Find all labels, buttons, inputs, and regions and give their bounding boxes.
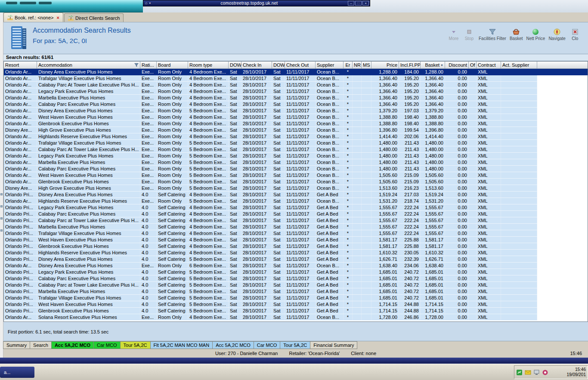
table-row[interactable]: Orlando Ar...West Haven Executive Plus H… bbox=[4, 172, 537, 179]
toolbar-facilities-filter[interactable]: Facilities Filter bbox=[479, 28, 506, 41]
column-header-supplier[interactable]: Supplier bbox=[316, 62, 344, 68]
column-header-discount[interactable]: Discount bbox=[445, 62, 469, 68]
cell-ms bbox=[362, 224, 371, 230]
table-row[interactable]: Orlando Ar...Glenbrook Executive Plus Ho… bbox=[4, 179, 537, 185]
table-row[interactable]: Orlando Pri...Trafalgar Village Executiv… bbox=[4, 230, 537, 237]
toolbar-label: Clo bbox=[572, 36, 578, 41]
column-header-dow[interactable]: DOW bbox=[272, 62, 285, 68]
column-header-ms[interactable]: MS bbox=[362, 62, 371, 68]
bottom-tab-flt-5a-2c-man-mco-man[interactable]: Flt 5A,2C MAN MCO MAN bbox=[150, 341, 213, 349]
cell-discount: 0.00 bbox=[445, 95, 469, 101]
table-row[interactable]: Orlando Ar...Calabay Parc Executive Plus… bbox=[4, 101, 537, 108]
table-row[interactable]: Orlando Ar...Disney Area Executive Plus … bbox=[4, 69, 588, 75]
close-button[interactable]: × bbox=[362, 1, 369, 6]
column-header-price[interactable]: Price bbox=[371, 62, 399, 68]
table-row[interactable]: Orlando Ar...Legacy Park Executive Plus … bbox=[4, 153, 537, 159]
table-row[interactable]: Orlando Ar...Disney Area Executive Plus … bbox=[4, 263, 537, 269]
column-header-check-out[interactable]: Check Out bbox=[285, 62, 316, 68]
table-row[interactable]: Orlando Pri...Disney Area Executive Plus… bbox=[4, 192, 537, 198]
cell-ms bbox=[362, 308, 371, 314]
cell-of bbox=[469, 101, 477, 107]
tab-book-ref-none[interactable]: Book. ref.: <none>× bbox=[3, 12, 63, 22]
filter-funnel-icon[interactable] bbox=[134, 63, 139, 67]
table-row[interactable]: Disney Are...High Grove Executive Plus H… bbox=[4, 185, 537, 192]
column-header-contract[interactable]: Contract bbox=[477, 62, 501, 68]
column-header-dow[interactable]: DOW bbox=[229, 62, 241, 68]
table-row[interactable]: Orlando Ar...Calabay Parc Executive Plus… bbox=[4, 166, 537, 172]
table-row[interactable]: Orlando Ar...Calabay Parc At Tower Lake … bbox=[4, 146, 537, 153]
table-row[interactable]: Orlando Ar...Calabay Parc At Tower Lake … bbox=[4, 82, 537, 88]
table-row[interactable]: Orlando Ar...Glenbrook Executive Plus Ho… bbox=[4, 120, 537, 127]
cell-board: Self Catering bbox=[157, 217, 188, 223]
table-row[interactable]: Orlando Ar...Disney Area Executive Plus … bbox=[4, 108, 537, 114]
column-header-accommodation[interactable]: Accommodation bbox=[37, 62, 140, 68]
bottom-tab-tour-5a-2c[interactable]: Tour 5A,2C bbox=[280, 341, 310, 349]
table-row[interactable]: Orlando Ar...Legacy Park Executive Plus … bbox=[4, 88, 537, 95]
table-row[interactable]: Orlando Ar...Highlands Reserve Executive… bbox=[4, 198, 537, 204]
bottom-tab-acc-5a-2c-mco[interactable]: Acc 5A,2C MCO bbox=[51, 341, 94, 349]
column-header-er[interactable]: Er bbox=[344, 62, 353, 68]
column-header-act-supplier[interactable]: Act. Supplier bbox=[501, 62, 537, 68]
tray-chart-icon[interactable] bbox=[516, 369, 523, 376]
cell-nr bbox=[353, 88, 362, 94]
bottom-tab-tour-5a-2c[interactable]: Tour 5A,2C bbox=[120, 341, 151, 349]
taskbar-button[interactable]: a... bbox=[0, 367, 34, 378]
table-row[interactable]: Orlando Pri...Calabay Parc Executive Plu… bbox=[4, 275, 537, 282]
cell-supplier: Get A Bed bbox=[316, 275, 344, 281]
bottom-tab-summary[interactable]: Summary bbox=[3, 341, 30, 349]
bottom-tab-car-mco[interactable]: Car MCO bbox=[93, 341, 120, 349]
tab-direct-clients-search[interactable]: Direct Clients Search bbox=[64, 13, 124, 22]
cell-resort: Orlando Ar... bbox=[4, 88, 37, 94]
cell-resort: Orlando Pri... bbox=[4, 217, 37, 223]
table-row[interactable]: Orlando Pri...Disney Area Executive Plus… bbox=[4, 256, 537, 263]
toolbar-basket[interactable]: Basket bbox=[510, 28, 523, 41]
tray-media-icon[interactable] bbox=[542, 369, 548, 376]
column-header-basket[interactable]: Basket▼ bbox=[421, 62, 445, 68]
table-row[interactable]: Orlando Pri...Legacy Park Executive Plus… bbox=[4, 204, 537, 211]
minimize-button[interactable]: – bbox=[348, 1, 354, 6]
bottom-tab-acc-5a-2c-mco[interactable]: Acc 5A,2C MCO bbox=[212, 341, 254, 349]
table-row[interactable]: Orlando Pri...West Haven Executive Plus … bbox=[4, 301, 537, 308]
column-header-board[interactable]: Board bbox=[157, 62, 188, 68]
table-row[interactable]: Orlando Pri...West Haven Executive Plus … bbox=[4, 237, 537, 243]
table-row[interactable]: Orlando Pri...Highlands Reserve Executiv… bbox=[4, 250, 537, 256]
tray-display-icon[interactable] bbox=[533, 369, 540, 376]
cell-rati: Exe... bbox=[140, 69, 157, 75]
table-row[interactable]: Orlando Pri...Marbella Executive Plus Ho… bbox=[4, 288, 537, 295]
table-row[interactable]: Orlando Pri...Legacy Park Executive Plus… bbox=[4, 269, 537, 275]
table-row[interactable]: Disney Are...High Grove Executive Plus H… bbox=[4, 127, 537, 133]
table-row[interactable]: Orlando Ar...West Haven Executive Plus H… bbox=[4, 114, 537, 120]
bottom-tab-search[interactable]: Search bbox=[30, 341, 52, 349]
cell-dow: Sat bbox=[272, 295, 285, 301]
table-row[interactable]: Orlando Ar...Solana Resort Executive Plu… bbox=[4, 314, 537, 321]
column-header-of[interactable]: Of bbox=[469, 62, 477, 68]
toolbar-nett-price[interactable]: Nett Price bbox=[526, 28, 545, 41]
tray-mail-icon[interactable] bbox=[525, 369, 531, 376]
column-header-rati[interactable]: Rati... bbox=[140, 62, 157, 68]
table-row[interactable]: Orlando Pri...Calabay Parc Executive Plu… bbox=[4, 211, 537, 217]
table-row[interactable]: Orlando Pri...Marbella Executive Plus Ho… bbox=[4, 224, 537, 230]
table-row[interactable]: Orlando Pri...Glenbrook Executive Plus H… bbox=[4, 308, 537, 314]
table-row[interactable]: Orlando Ar...Trafalgar Village Executive… bbox=[4, 140, 537, 146]
toolbar-clo[interactable]: Clo bbox=[569, 28, 581, 41]
table-row[interactable]: Orlando Pri...Calabay Parc at Tower Lake… bbox=[4, 282, 537, 288]
table-row[interactable]: Orlando Ar...Marbella Executive Plus Hom… bbox=[4, 159, 537, 166]
table-row[interactable]: Orlando Pri...Trafalgar Village Executiv… bbox=[4, 295, 537, 301]
page-title: Accommodation Search Results bbox=[33, 27, 131, 34]
column-header-room-type[interactable]: Room type bbox=[188, 62, 229, 68]
column-header-nr[interactable]: NR bbox=[353, 62, 362, 68]
bottom-tab-car-mco[interactable]: Car MCO bbox=[254, 341, 280, 349]
table-row[interactable]: Orlando Ar...Marbella Executive Plus Hom… bbox=[4, 95, 537, 101]
bottom-tab-financial-summary[interactable]: Financial Summary bbox=[310, 341, 357, 349]
table-row[interactable]: Orlando Ar...Highlands Reserve Executive… bbox=[4, 133, 537, 140]
tab-close-icon[interactable]: × bbox=[57, 15, 59, 20]
home-icon[interactable]: ⌂ bbox=[145, 0, 147, 6]
table-row[interactable]: Orlando Pri...Calabay Parc at Tower Lake… bbox=[4, 217, 537, 224]
column-header-incl-fl-pp[interactable]: Incl.Fl.PP bbox=[399, 62, 421, 68]
table-row[interactable]: Orlando Pri...Glenbrook Executive Plus H… bbox=[4, 243, 537, 250]
toolbar-navigate[interactable]: Navigate bbox=[548, 28, 565, 41]
maximize-button[interactable]: □ bbox=[355, 1, 362, 6]
table-row[interactable]: Orlando Ar...Trafalgar Village Executive… bbox=[4, 75, 537, 82]
column-header-check-in[interactable]: Check In bbox=[241, 62, 272, 68]
column-header-resort[interactable]: Resort bbox=[4, 62, 37, 68]
